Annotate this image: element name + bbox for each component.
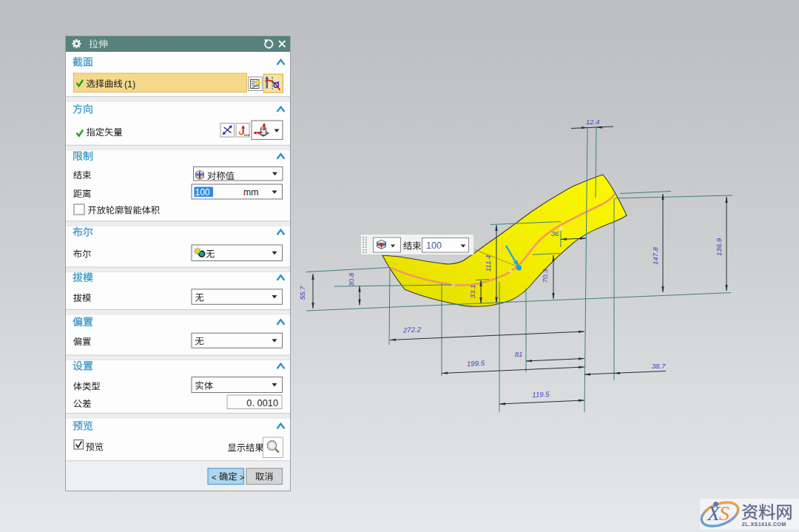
svg-text:136.9: 136.9 bbox=[715, 238, 723, 256]
svg-text:33.1: 33.1 bbox=[468, 285, 476, 299]
svg-text:100: 100 bbox=[195, 187, 210, 198]
svg-text:100: 100 bbox=[426, 240, 442, 251]
svg-text:36: 36 bbox=[551, 229, 559, 238]
svg-text:>: > bbox=[240, 473, 244, 482]
svg-text:119.5: 119.5 bbox=[532, 390, 550, 399]
svg-text:81: 81 bbox=[515, 350, 523, 358]
svg-text:199.5: 199.5 bbox=[467, 359, 485, 368]
svg-text:(1): (1) bbox=[124, 79, 135, 90]
svg-text:70.3: 70.3 bbox=[541, 269, 549, 283]
svg-text:38.7: 38.7 bbox=[652, 362, 666, 370]
svg-text:111.4: 111.4 bbox=[484, 255, 492, 272]
svg-text:12.4: 12.4 bbox=[586, 118, 600, 126]
svg-text:ZL.XS1616.COM: ZL.XS1616.COM bbox=[742, 521, 786, 528]
svg-text:S: S bbox=[719, 502, 729, 525]
svg-text:147.8: 147.8 bbox=[651, 246, 659, 265]
svg-text:30.8: 30.8 bbox=[347, 272, 355, 286]
svg-text:<: < bbox=[212, 473, 216, 482]
svg-text:0. 0010: 0. 0010 bbox=[246, 397, 278, 408]
svg-text:272.2: 272.2 bbox=[402, 325, 422, 334]
svg-text:mm: mm bbox=[243, 187, 259, 198]
svg-text:55.7: 55.7 bbox=[298, 286, 306, 300]
